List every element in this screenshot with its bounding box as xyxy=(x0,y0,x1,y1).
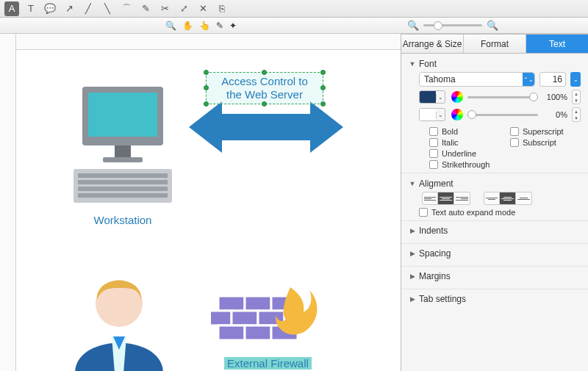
font-section: ▼Font Tahoma⌃⌄ 16 ⌄ ⌄ 100% ▲▼ ⌄ 0% ▲▼ Bo… xyxy=(401,54,588,173)
line-tool[interactable]: ╱ xyxy=(81,1,96,16)
textbox-line1: Access Control to xyxy=(212,75,317,88)
bg-opacity-slider[interactable] xyxy=(467,109,538,120)
svg-rect-1 xyxy=(88,93,157,137)
effects-tool[interactable]: ✦ xyxy=(229,21,237,31)
note-tool[interactable]: 💬 xyxy=(43,1,57,16)
resize-handle[interactable] xyxy=(204,70,209,75)
textbox-line2: the Web Server xyxy=(212,88,317,101)
spacing-section[interactable]: ▶Spacing xyxy=(401,243,588,266)
font-heading[interactable]: ▼Font xyxy=(409,59,581,69)
alignment-heading[interactable]: ▼Aligment xyxy=(409,179,581,189)
workstation-shape[interactable]: Workstation xyxy=(68,87,178,226)
cross-tool[interactable]: ✕ xyxy=(196,1,210,16)
svg-rect-8 xyxy=(78,193,168,198)
margins-section[interactable]: ▶Margins xyxy=(401,266,588,289)
arc-tool[interactable]: ⌒ xyxy=(119,1,134,16)
opacity-stepper[interactable]: ▲▼ xyxy=(572,107,581,122)
zoom-slider[interactable] xyxy=(423,21,482,31)
italic-checkbox[interactable]: Italic xyxy=(429,138,500,147)
workstation-label: Workstation xyxy=(68,214,178,226)
ruler-horizontal xyxy=(16,34,401,50)
svg-rect-7 xyxy=(78,187,168,191)
svg-rect-21 xyxy=(245,325,271,340)
underline-checkbox[interactable]: Underline xyxy=(429,149,500,158)
indents-section[interactable]: ▶Indents xyxy=(401,220,588,243)
svg-rect-3 xyxy=(103,157,143,162)
text-opacity-value: 100% xyxy=(542,93,567,101)
pen-tool[interactable]: ✎ xyxy=(138,1,153,16)
edit-tool[interactable]: ✎ xyxy=(216,21,223,31)
font-size-field[interactable]: 16 xyxy=(539,72,566,87)
resize-handle[interactable] xyxy=(204,85,209,90)
superscript-checkbox[interactable]: Superscript xyxy=(510,127,581,136)
resize-handle[interactable] xyxy=(262,70,267,75)
color-picker-icon[interactable] xyxy=(451,91,463,103)
svg-marker-9 xyxy=(189,101,343,153)
tab-arrange[interactable]: Arrange & Size xyxy=(401,35,464,53)
halign-segment xyxy=(422,192,470,205)
chevron-updown-icon[interactable]: ⌄ xyxy=(570,72,581,87)
firewall-icon xyxy=(211,274,321,355)
valign-segment xyxy=(484,192,532,205)
connector-tool[interactable]: ⤢ xyxy=(176,1,191,16)
tabsettings-section[interactable]: ▶Tab settings xyxy=(401,289,588,311)
hand-tool[interactable]: ✋ xyxy=(182,21,193,31)
zoom-tool[interactable]: 🔍 xyxy=(165,21,176,31)
subscript-checkbox[interactable]: Subscript xyxy=(510,138,581,147)
zoom-out-icon[interactable]: 🔍 xyxy=(407,20,419,31)
color-picker-icon[interactable] xyxy=(451,109,463,120)
firewall-shape[interactable]: External Firewall xyxy=(211,274,321,370)
bold-checkbox[interactable]: Bold xyxy=(429,127,500,136)
valign-bottom-button[interactable] xyxy=(516,192,532,205)
resize-handle[interactable] xyxy=(262,101,267,107)
double-arrow-icon xyxy=(189,98,343,156)
canvas[interactable]: Workstation Access Control to the Web Se… xyxy=(16,50,401,371)
svg-rect-16 xyxy=(211,311,232,325)
alignment-section: ▼Aligment Text auto expand mode xyxy=(401,173,588,220)
opacity-stepper[interactable]: ▲▼ xyxy=(572,90,581,104)
selected-textbox[interactable]: Access Control to the Web Server xyxy=(206,72,323,104)
auto-expand-checkbox[interactable]: Text auto expand mode xyxy=(419,208,581,217)
firewall-label: External Firewall xyxy=(224,357,312,370)
align-right-button[interactable] xyxy=(454,192,470,205)
svg-rect-14 xyxy=(245,296,271,311)
align-left-button[interactable] xyxy=(422,192,438,205)
strike-checkbox[interactable]: Strikethrough xyxy=(429,160,500,169)
zoom-bar: 🔍 🔍 xyxy=(401,18,588,34)
canvas-area: Workstation Access Control to the Web Se… xyxy=(0,34,401,371)
main-toolbar: A T 💬 ↗ ╱ ╲ ⌒ ✎ ✂ ⤢ ✕ ⎘ xyxy=(0,0,588,18)
text-opacity-slider[interactable] xyxy=(467,92,538,102)
svg-rect-6 xyxy=(78,180,168,184)
workstation-icon xyxy=(68,87,178,212)
align-center-button[interactable] xyxy=(438,192,454,205)
svg-rect-13 xyxy=(218,296,245,311)
canvas-view-toolbar: 🔍 ✋ 👆 ✎ ✦ xyxy=(0,18,401,34)
chevron-updown-icon: ⌃⌄ xyxy=(523,73,534,86)
valign-middle-button[interactable] xyxy=(500,192,516,205)
tab-format[interactable]: Format xyxy=(464,35,526,53)
pointer-tool[interactable]: 👆 xyxy=(199,21,210,31)
text-style-tool[interactable]: A xyxy=(4,1,19,16)
ruler-vertical xyxy=(0,34,16,371)
svg-rect-20 xyxy=(218,325,245,340)
resize-handle[interactable] xyxy=(204,101,209,107)
text-color-well[interactable]: ⌄ xyxy=(419,90,445,104)
arrow-tool[interactable]: ↗ xyxy=(62,1,76,16)
scissors-tool[interactable]: ✂ xyxy=(157,1,172,16)
font-family-select[interactable]: Tahoma⌃⌄ xyxy=(419,72,535,87)
resize-handle[interactable] xyxy=(320,70,326,75)
valign-top-button[interactable] xyxy=(484,192,500,205)
tab-text[interactable]: Text xyxy=(526,35,588,53)
user-icon xyxy=(68,263,171,371)
resize-handle[interactable] xyxy=(320,85,326,90)
svg-rect-5 xyxy=(78,173,168,178)
line2-tool[interactable]: ╲ xyxy=(100,1,115,16)
text-tool[interactable]: T xyxy=(24,1,38,16)
copy-tool[interactable]: ⎘ xyxy=(215,1,229,16)
zoom-in-icon[interactable]: 🔍 xyxy=(487,20,498,31)
svg-rect-2 xyxy=(115,145,131,157)
arrow-shape[interactable] xyxy=(189,98,343,159)
resize-handle[interactable] xyxy=(320,101,326,107)
enduser-shape[interactable]: End User xyxy=(68,263,171,371)
bg-color-well[interactable]: ⌄ xyxy=(419,108,445,121)
